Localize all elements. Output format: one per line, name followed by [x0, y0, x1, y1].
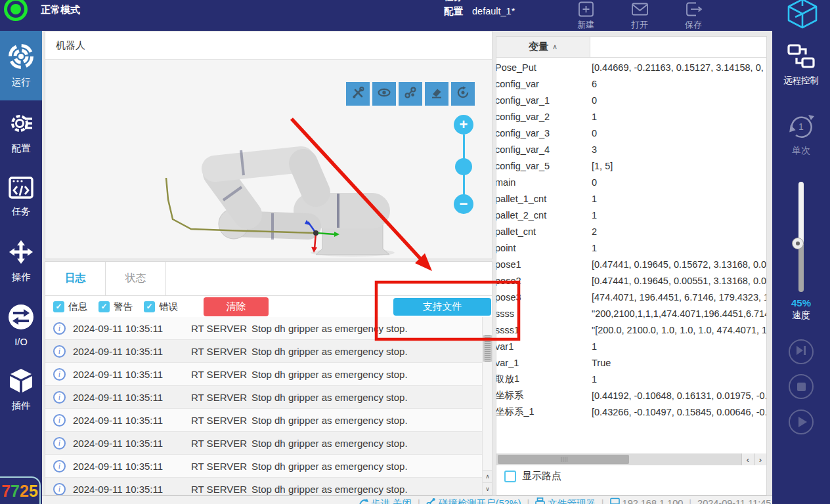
variable-value: 1: [592, 112, 766, 122]
zoom-slider-thumb[interactable]: [455, 158, 472, 175]
info-icon: i: [53, 414, 66, 427]
log-row[interactable]: i 2024-09-11 10:35:11 RT SERVER Stop dh …: [45, 317, 482, 340]
tools-button[interactable]: [346, 82, 370, 106]
filter-error-checkbox[interactable]: ✓ 错误: [144, 301, 178, 313]
log-row[interactable]: i 2024-09-11 10:35:11 RT SERVER Stop dh …: [45, 432, 482, 455]
variable-row[interactable]: config_var_2 1: [496, 108, 766, 125]
step-mode-status[interactable]: 步进 关闭: [359, 497, 412, 504]
speed-slider-thumb[interactable]: [793, 238, 803, 249]
variable-value: [0.44669, -0.21163, 0.15127, 3.14158, 0,…: [592, 62, 766, 73]
sidebar-item-operate[interactable]: 操作: [0, 229, 42, 293]
variables-header-cell[interactable]: 变量 ∧: [496, 37, 590, 57]
sidebar-item-task[interactable]: 任务: [0, 165, 42, 229]
variables-table: Pose_Put [0.44669, -0.21163, 0.15127, 3.…: [496, 58, 766, 420]
robot-3d-viewport[interactable]: + −: [45, 60, 492, 259]
top-bar: 正常模式 任务test 配置default_1* 新建 打开 保存: [0, 0, 830, 31]
zoom-out-button[interactable]: −: [454, 194, 473, 214]
log-row[interactable]: i 2024-09-11 10:35:11 RT SERVER Stop dh …: [45, 340, 482, 363]
log-tabs: 日志 状态: [45, 262, 492, 296]
sidebar-item-label: 运行: [12, 76, 31, 89]
variable-row[interactable]: pose1 [0.47441, 0.19645, 0.15672, 3.1316…: [496, 256, 766, 272]
variable-row[interactable]: 取放1 1: [496, 371, 766, 387]
scroll-right-icon[interactable]: ›: [754, 453, 766, 465]
variable-row[interactable]: point 1: [496, 240, 766, 256]
collision-robot-icon: [426, 497, 436, 504]
log-row[interactable]: i 2024-09-11 10:35:11 RT SERVER Stop dh …: [45, 409, 482, 432]
sidebar-item-plugin[interactable]: 插件: [0, 358, 42, 422]
visibility-button[interactable]: [372, 82, 396, 106]
log-row[interactable]: i 2024-09-11 10:35:11 RT SERVER Stop dh …: [45, 455, 482, 478]
speed-slider[interactable]: [798, 182, 804, 292]
log-row[interactable]: i 2024-09-11 10:35:11 RT SERVER Stop dh …: [45, 478, 482, 495]
variable-row[interactable]: config_var_4 3: [496, 141, 766, 158]
open-button[interactable]: 打开: [620, 1, 659, 31]
path-nodes-button[interactable]: [399, 82, 422, 106]
show-waypoints-checkbox[interactable]: 显示路点: [504, 470, 561, 482]
log-row[interactable]: i 2024-09-11 10:35:11 RT SERVER Stop dh …: [45, 386, 482, 409]
new-button[interactable]: 新建: [566, 1, 605, 31]
stop-button[interactable]: [789, 374, 814, 399]
run-status-indicator: [4, 0, 28, 21]
file-manager-link[interactable]: 文件管理器: [535, 497, 596, 504]
variable-row[interactable]: pallet_2_cnt 1: [496, 207, 766, 223]
support-file-button[interactable]: 支持文件: [393, 298, 491, 316]
variable-name: 坐标系: [496, 389, 592, 402]
tab-status[interactable]: 状态: [106, 262, 166, 295]
zoom-in-button[interactable]: +: [454, 115, 473, 135]
variable-row[interactable]: main 0: [496, 174, 766, 190]
filter-warning-checkbox[interactable]: ✓ 警告: [98, 301, 133, 313]
right-sidebar: 远程控制 1 单次 45% 速度: [772, 31, 830, 504]
variables-hscrollbar[interactable]: ‹ ›: [496, 453, 766, 465]
sidebar-item-io[interactable]: I/O: [0, 293, 42, 358]
variable-value: 6: [592, 79, 766, 89]
clear-log-button[interactable]: 清除: [204, 297, 269, 316]
config-label: 配置: [444, 4, 463, 18]
log-scrollbar[interactable]: ∧ ∨: [482, 317, 492, 495]
remote-control-icon: [787, 44, 815, 71]
log-scrollbar-thumb[interactable]: [483, 335, 492, 362]
variable-row[interactable]: pose2 [0.47441, 0.19645, 0.00551, 3.1316…: [496, 272, 766, 289]
variable-row[interactable]: pallet_1_cnt 1: [496, 190, 766, 207]
save-button[interactable]: 保存: [674, 1, 713, 31]
tab-log[interactable]: 日志: [45, 262, 106, 295]
hscrollbar-thumb[interactable]: [498, 455, 629, 464]
variables-header-label: 变量: [529, 41, 548, 53]
badge-digit: 7: [11, 482, 20, 501]
variable-row[interactable]: config_var_5 [1, 5]: [496, 158, 766, 174]
variable-row[interactable]: 坐标系 [0.44192, -0.10648, 0.16131, 0.01975…: [496, 387, 766, 404]
variable-row[interactable]: pallet_cnt 2: [496, 223, 766, 240]
play-button[interactable]: [789, 410, 814, 434]
collision-detection-status[interactable]: 碰撞检测开启(52%): [426, 497, 521, 504]
variable-row[interactable]: config_var_1 0: [496, 92, 766, 108]
variable-value: [474.4071, 196.4451, 6.7146, 179.4323, 1…: [592, 292, 766, 303]
variable-row[interactable]: config_var 6: [496, 75, 766, 92]
log-source: RT SERVER: [191, 438, 251, 449]
scroll-up-icon[interactable]: ∧: [483, 470, 492, 482]
step-forward-button[interactable]: [789, 339, 814, 364]
variable-name: pallet_2_cnt: [496, 210, 592, 220]
variable-row[interactable]: ssss "200,2100,1,1,1,474.4071,196.4451,6…: [496, 305, 766, 322]
variable-row[interactable]: var1 1: [496, 338, 766, 354]
variable-row[interactable]: ssss1 "[200.0, 2100.0, 1.0, 1.0, 1.0, 47…: [496, 322, 766, 338]
variable-row[interactable]: Pose_Put [0.44669, -0.21163, 0.15127, 3.…: [496, 59, 766, 75]
variable-row[interactable]: var_1 True: [496, 354, 766, 371]
sidebar-item-config[interactable]: 配置: [0, 100, 42, 165]
scroll-left-icon[interactable]: ‹: [741, 453, 754, 465]
log-source: RT SERVER: [191, 415, 251, 426]
single-run-button[interactable]: 1 单次: [772, 112, 830, 157]
variables-header: 变量 ∧: [496, 37, 766, 58]
reset-view-button[interactable]: [451, 82, 475, 106]
variable-row[interactable]: pose3 [474.4071, 196.4451, 6.7146, 179.4…: [496, 289, 766, 305]
variable-row[interactable]: 坐标系_1 [0.43266, -0.10497, 0.15845, 0.006…: [496, 404, 766, 420]
variable-name: pose2: [496, 276, 592, 286]
erase-button[interactable]: [425, 82, 448, 106]
variable-name: point: [496, 243, 592, 253]
filter-info-checkbox[interactable]: ✓ 信息: [53, 301, 87, 313]
variable-value: 3: [592, 144, 766, 155]
scroll-down-icon[interactable]: ∨: [483, 482, 492, 495]
status-code-badge: 7 7 2 5: [0, 476, 41, 504]
sidebar-item-run[interactable]: 运行: [0, 31, 42, 100]
remote-control-button[interactable]: 远程控制: [772, 44, 830, 87]
variable-row[interactable]: config_var_3 0: [496, 125, 766, 141]
log-row[interactable]: i 2024-09-11 10:35:11 RT SERVER Stop dh …: [45, 363, 482, 386]
